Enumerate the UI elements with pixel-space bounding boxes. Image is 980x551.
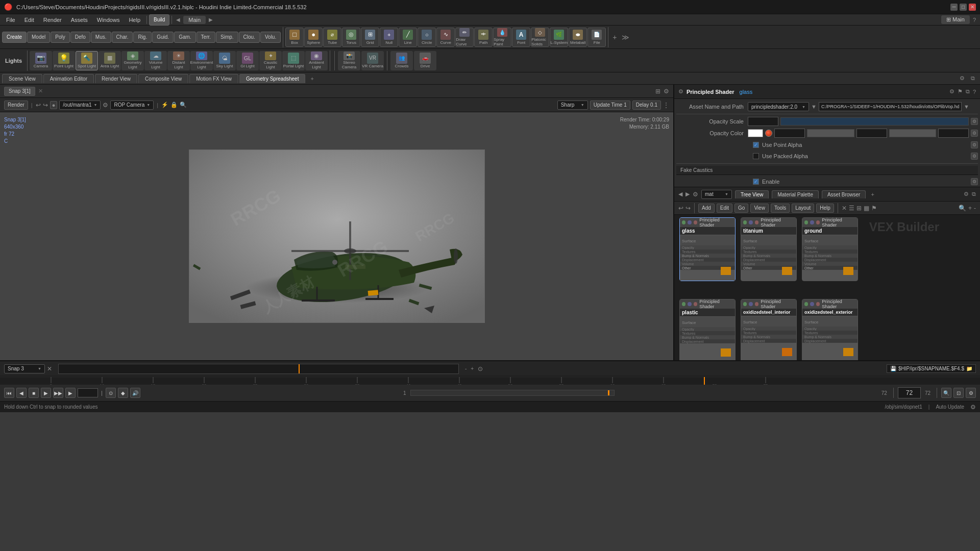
playhead-track[interactable] [58, 364, 459, 374]
play-btn[interactable]: ▶ [41, 388, 51, 398]
ng-table-icon[interactable]: ▦ [864, 205, 869, 212]
playrange-bar[interactable] [410, 390, 615, 396]
ng-help-btn[interactable]: Help [816, 204, 834, 213]
shelf-tab-create[interactable]: Create [2, 32, 27, 43]
tab-geometry-spreadsheet[interactable]: Geometry Spreadsheet [239, 74, 305, 83]
enable-cb[interactable]: ✓ [753, 179, 759, 185]
ng-go-btn[interactable]: Go [734, 204, 748, 213]
shelf-tab-rig[interactable]: Rig. [133, 32, 152, 43]
shelf-tab-terr[interactable]: Terr. [197, 32, 215, 43]
asset-name-dropdown[interactable]: principledshader:2.0 [748, 102, 809, 111]
ng-back-icon[interactable]: ◀ [678, 191, 682, 197]
opacity-color-g[interactable]: 1 [856, 129, 887, 138]
ng-expand-icon[interactable]: ⧉ [972, 191, 976, 197]
light-ambient[interactable]: ◉ Ambient Light [305, 51, 328, 70]
light-environment[interactable]: 🌐 Environment Light [190, 51, 213, 70]
node-glass[interactable]: Principled Shader glass Surface Opacity … [679, 217, 736, 281]
update-time-btn[interactable]: Update Time 1 [590, 101, 630, 110]
opacity-scale-input[interactable]: 1 [748, 117, 778, 126]
shelf-tab-char[interactable]: Char. [112, 32, 133, 43]
drive-btn[interactable]: 🚗 Drive [414, 51, 436, 70]
node-plastic[interactable]: Principled Shader plastic Surface Opacit… [679, 299, 736, 360]
shelf-tool-file[interactable]: 📄 File [587, 28, 606, 47]
main-workspace[interactable]: ⊞ Main [941, 15, 970, 24]
props-expand-icon[interactable]: ⧉ [966, 88, 970, 95]
light-spot[interactable]: 🔦 Spot Light [76, 51, 98, 70]
tl-fit-btn[interactable]: ⊡ [953, 388, 964, 398]
menu-render[interactable]: Render [39, 16, 66, 24]
tl-rec-btn[interactable]: ⊙ [106, 388, 116, 398]
shelf-tool-lsystem[interactable]: 🌿 L-System [550, 28, 568, 47]
ng-close-icon[interactable]: ✕ [842, 205, 847, 212]
node-oxidizedsteel-interior[interactable]: Principled Shader oxidizedsteel_interior… [741, 299, 797, 360]
shelf-tool-box[interactable]: □ Box [285, 28, 304, 47]
shelf-tab-defo[interactable]: Defo [70, 32, 90, 43]
ng-zoom-out-icon[interactable]: - [974, 205, 976, 212]
shelf-tab-mus[interactable]: Mus. [91, 32, 111, 43]
help-icon[interactable]: ? [971, 17, 978, 23]
node-ground[interactable]: Principled Shader ground Surface Opacity… [802, 217, 858, 281]
use-packed-alpha-cb[interactable] [753, 153, 759, 159]
prev-frame-btn[interactable]: ◀ [16, 388, 27, 398]
light-geometry[interactable]: ◈ Geometry Light [121, 51, 144, 70]
vp-search-icon[interactable]: 🔍 [180, 102, 187, 108]
shelf-tool-curve[interactable]: ∿ Curve [436, 28, 455, 47]
props-gear-icon[interactable]: ⚙ [949, 88, 954, 95]
redo-icon[interactable]: ↪ [43, 102, 48, 109]
frame-input[interactable]: 72 [78, 388, 98, 397]
ng-add-icon[interactable]: + [871, 191, 874, 197]
menu-edit[interactable]: Edit [20, 16, 38, 24]
tl-settings-btn[interactable]: ⚙ [966, 388, 976, 398]
ng-undo-icon[interactable]: ↩ [678, 205, 683, 212]
ng-tab-material[interactable]: Material Palette [772, 190, 818, 198]
snap-dropdown[interactable]: Snap 3 [4, 364, 45, 373]
shelf-tab-gam[interactable]: Gam. [174, 32, 195, 43]
ng-edit-btn[interactable]: Edit [717, 204, 732, 213]
shelf-tool-grid[interactable]: ⊞ Grid [361, 28, 379, 47]
ng-search-icon[interactable]: 🔍 [959, 205, 966, 212]
use-packed-alpha-gear[interactable]: ⚙ [971, 153, 978, 160]
render-settings-icon[interactable]: ⚙ [103, 102, 108, 109]
shelf-tool-drawcurve[interactable]: ✏ Draw Curve [455, 28, 474, 47]
tab-render-view[interactable]: Render View [95, 74, 137, 83]
shelf-tool-torus[interactable]: ◎ Torus [342, 28, 360, 47]
menu-windows[interactable]: Windows [93, 16, 124, 24]
render-button[interactable]: Render [4, 101, 28, 110]
opacity-color-swatch[interactable] [748, 129, 763, 137]
output-dropdown[interactable]: /out/mantra1 [59, 101, 101, 110]
shelf-more-icon[interactable]: ≫ [620, 33, 631, 41]
tl-audio-btn[interactable]: 🔊 [130, 388, 140, 398]
ng-view-btn[interactable]: View [750, 204, 769, 213]
menu-help[interactable]: Help [125, 16, 144, 24]
stereo-camera[interactable]: 📸 Stereo Camera [338, 51, 360, 70]
light-gl[interactable]: GL Gl Light [236, 51, 259, 70]
shelf-tab-clou[interactable]: Clou. [239, 32, 260, 43]
tab-options-icon[interactable]: ⚙ [957, 75, 968, 82]
sharp-dropdown[interactable]: Sharp [557, 101, 588, 110]
menu-arrow-right[interactable]: ▶ [209, 17, 213, 22]
viewport-settings-icon[interactable]: ⚙ [664, 88, 669, 95]
vp-lock-icon[interactable]: 🔒 [170, 102, 178, 108]
shelf-tab-volu[interactable]: Volu. [260, 32, 281, 43]
shelf-tab-simp[interactable]: Simp. [216, 32, 238, 43]
light-portal[interactable]: ⬚ Portal Light [282, 51, 305, 70]
ng-list-icon[interactable]: ☰ [849, 205, 854, 212]
tl-zoom-in-btn[interactable]: 🔍 [941, 388, 951, 398]
node-oxidizedsteel-exterior[interactable]: Principled Shader oxidizedsteel_exterior… [802, 299, 858, 360]
shelf-tool-path[interactable]: ⬲ Path [474, 28, 493, 47]
shelf-add-icon[interactable]: + [610, 33, 619, 41]
asset-path-expand-icon[interactable]: ▼ [964, 104, 969, 110]
path-folder-icon[interactable]: 📁 [966, 366, 972, 371]
ng-settings-icon[interactable]: ⚙ [964, 191, 969, 197]
shelf-tool-tube[interactable]: ⌀ Tube [323, 28, 341, 47]
close-button[interactable]: ✕ [969, 4, 976, 11]
asset-path-arrow[interactable]: ▼ [811, 104, 817, 110]
viewport-tab-btn[interactable]: Snap 3[1] [4, 87, 35, 96]
minimize-button[interactable]: ─ [950, 4, 958, 11]
tab-detach-icon[interactable]: ⧉ [968, 75, 978, 82]
shelf-tool-sphere[interactable]: ● Sphere [304, 28, 323, 47]
viewport-close-icon[interactable]: ✕ [38, 88, 43, 94]
light-camera[interactable]: 📷 Camera [30, 51, 52, 70]
use-point-alpha-cb[interactable]: ✓ [753, 142, 759, 148]
opacity-color-circle[interactable] [765, 130, 772, 137]
